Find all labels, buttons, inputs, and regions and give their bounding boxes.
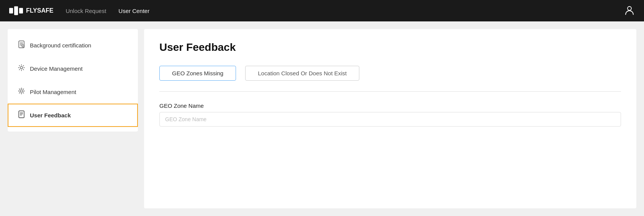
sidebar-label-background-certification: Background certification	[30, 42, 91, 49]
sidebar-item-pilot-management[interactable]: Pilot Management	[8, 80, 138, 104]
dji-logo-icon	[9, 6, 23, 15]
section-divider	[159, 91, 621, 92]
svg-point-10	[20, 90, 23, 92]
page-title: User Feedback	[159, 41, 621, 54]
geo-zone-name-label: GEO Zone Name	[159, 102, 621, 109]
main-layout: Background certification Device Manageme…	[0, 21, 644, 216]
logo: FLYSAFE	[9, 6, 53, 15]
navbar-left: FLYSAFE Unlock Request User Center	[9, 6, 149, 15]
navbar: FLYSAFE Unlock Request User Center	[0, 0, 644, 21]
svg-rect-2	[19, 8, 23, 13]
pilot-management-icon	[18, 87, 25, 97]
svg-point-3	[628, 6, 631, 10]
background-cert-icon	[18, 41, 25, 50]
svg-rect-0	[9, 8, 13, 13]
user-feedback-icon	[18, 110, 25, 120]
main-content: User Feedback GEO Zones Missing Location…	[144, 29, 636, 208]
svg-point-9	[20, 67, 23, 69]
nav-user-center[interactable]: User Center	[118, 8, 149, 14]
tab-geo-zones-missing[interactable]: GEO Zones Missing	[159, 66, 236, 81]
navbar-right	[624, 5, 635, 17]
sidebar-label-user-feedback: User Feedback	[30, 112, 71, 119]
sidebar-item-user-feedback[interactable]: User Feedback	[8, 104, 138, 127]
sidebar-item-background-certification[interactable]: Background certification	[8, 34, 138, 57]
sidebar-label-device-management: Device Management	[30, 65, 83, 72]
svg-rect-12	[19, 111, 24, 118]
sidebar-label-pilot-management: Pilot Management	[30, 89, 76, 95]
form-section: GEO Zone Name	[159, 102, 621, 127]
brand-name: FLYSAFE	[26, 7, 53, 14]
sidebar-item-device-management[interactable]: Device Management	[8, 57, 138, 80]
geo-zone-name-input[interactable]	[159, 112, 621, 127]
sidebar: Background certification Device Manageme…	[8, 29, 138, 132]
device-management-icon	[18, 64, 25, 73]
user-profile-icon[interactable]	[624, 5, 635, 15]
svg-rect-1	[14, 6, 18, 15]
tab-location-closed[interactable]: Location Closed Or Does Not Exist	[245, 66, 359, 81]
nav-unlock-request[interactable]: Unlock Request	[66, 8, 106, 14]
tab-row: GEO Zones Missing Location Closed Or Doe…	[159, 66, 621, 81]
